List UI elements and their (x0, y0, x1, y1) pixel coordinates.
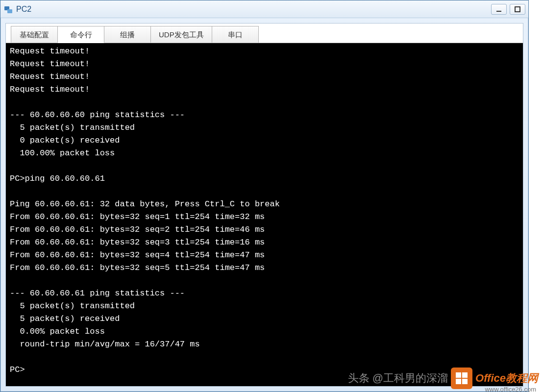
app-window: PC2 基础配置 命令行 组播 UDP发包工具 串口 Request timeo… (0, 0, 529, 392)
svg-rect-3 (515, 7, 520, 12)
window-controls (491, 4, 525, 15)
titlebar: PC2 (0, 0, 528, 18)
tab-serial[interactable]: 串口 (212, 26, 259, 43)
window-title: PC2 (16, 5, 491, 14)
tab-udp-tool[interactable]: UDP发包工具 (150, 26, 212, 43)
terminal-output[interactable]: Request timeout! Request timeout! Reques… (6, 43, 523, 386)
svg-rect-2 (496, 11, 501, 12)
tab-multicast[interactable]: 组播 (104, 26, 151, 43)
app-icon (3, 4, 13, 14)
watermark-url: www.office26.com (485, 386, 536, 392)
minimize-button[interactable] (491, 4, 507, 15)
svg-rect-1 (7, 9, 12, 13)
content-area: 基础配置 命令行 组播 UDP发包工具 串口 Request timeout! … (5, 23, 523, 387)
tab-command-line[interactable]: 命令行 (57, 26, 104, 43)
maximize-button[interactable] (510, 4, 525, 15)
tabs-bar: 基础配置 命令行 组播 UDP发包工具 串口 (6, 24, 523, 43)
tab-basic-config[interactable]: 基础配置 (11, 26, 58, 43)
